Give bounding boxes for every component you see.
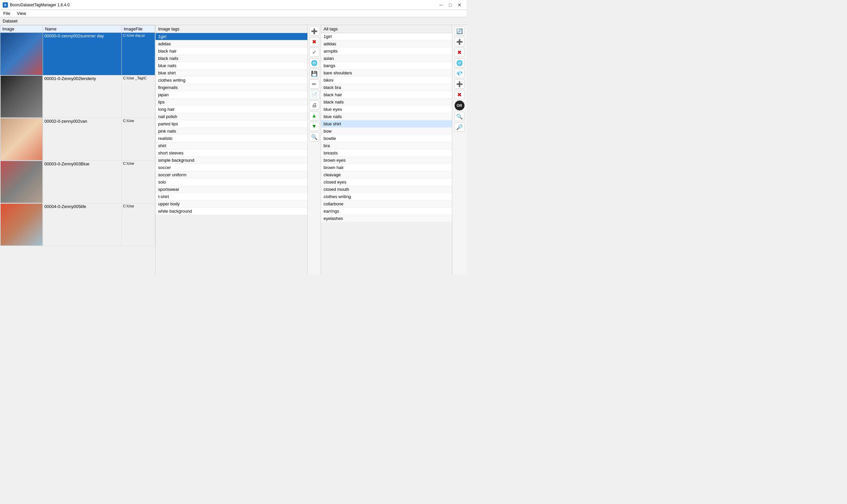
paper-button[interactable]: 📄 [310, 90, 319, 99]
all-tags-add-button[interactable]: ➕ [455, 37, 464, 46]
dataset-row[interactable]: 00002-0-zenny002vanC:\Use [0, 118, 155, 161]
all-tag-row[interactable]: eyelashes [321, 215, 452, 222]
remove-tag-button[interactable]: ✖ [310, 37, 319, 46]
all-tag-row[interactable]: brown hair [321, 164, 452, 171]
all-tag-row[interactable]: bowtie [321, 135, 452, 142]
minimize-button[interactable]: ─ [437, 2, 445, 8]
globe-button[interactable]: 🌐 [310, 58, 319, 68]
printer-button[interactable]: 🖨 [310, 101, 319, 110]
image-tag-row[interactable]: long hair [156, 106, 307, 113]
image-tag-label: solo [156, 179, 307, 186]
image-tag-row[interactable]: lips [156, 98, 307, 106]
all-tag-label: closed eyes [321, 179, 452, 186]
image-tag-row[interactable]: black nails [156, 55, 307, 62]
all-tag-row[interactable]: armpits [321, 48, 452, 55]
all-tags-list-wrapper[interactable]: 1girladidasarmpitsasianbangsbare shoulde… [321, 33, 452, 274]
all-tag-row[interactable]: adidas [321, 40, 452, 48]
all-tag-label: clothes writing [321, 193, 452, 200]
all-tag-row[interactable]: closed mouth [321, 186, 452, 193]
all-tag-row[interactable]: blue eyes [321, 106, 452, 113]
all-tag-row[interactable]: closed eyes [321, 179, 452, 186]
image-tag-row[interactable]: blue nails [156, 62, 307, 69]
all-tag-row[interactable]: blue shirt [321, 120, 452, 128]
all-tag-row[interactable]: black hair [321, 91, 452, 98]
dataset-row[interactable]: 00001-0-Zenny002tenderiyC:\Use _Tag\C [0, 75, 155, 118]
all-tags-add2-button[interactable]: ➕ [455, 79, 464, 89]
add-tag-button[interactable]: ➕ [310, 26, 319, 36]
close-button[interactable]: ✕ [455, 2, 464, 8]
all-tag-row[interactable]: clothes writing [321, 193, 452, 200]
dataset-row-file: C:\Use [121, 118, 155, 161]
all-tag-row[interactable]: bare shoulders [321, 69, 452, 77]
pencil-button[interactable]: ✏ [310, 79, 319, 89]
all-tag-row[interactable]: bra [321, 142, 452, 149]
mid-buttons: ➕✖✔🌐💾✏📄🖨▲▼🔍 [308, 25, 321, 274]
image-tag-row[interactable]: shirt [156, 142, 307, 149]
image-tag-label: long hair [156, 106, 307, 113]
image-tag-row[interactable]: simple background [156, 157, 307, 164]
image-tag-row[interactable]: black hair [156, 48, 307, 55]
all-tag-label: closed mouth [321, 186, 452, 193]
image-tag-row[interactable]: t-shirt [156, 193, 307, 200]
all-tags-globe-button[interactable]: 🌐 [455, 58, 464, 68]
or-button[interactable]: OR [455, 101, 464, 110]
all-tag-row[interactable]: bangs [321, 62, 452, 69]
image-tag-row[interactable]: soccer [156, 164, 307, 171]
all-tags-search2-button[interactable]: 🔎 [455, 122, 464, 132]
all-tag-row[interactable]: black nails [321, 98, 452, 106]
image-tag-row[interactable]: solo [156, 179, 307, 186]
all-tag-row[interactable]: asian [321, 55, 452, 62]
gem-button[interactable]: 💎 [455, 69, 464, 78]
dataset-row[interactable]: 00004-0-Zenny005lifeC:\Use [0, 203, 155, 246]
image-tag-row[interactable]: sportswear [156, 186, 307, 193]
image-tag-row[interactable]: white background [156, 208, 307, 215]
arrow-up-button[interactable]: ▲ [310, 111, 319, 120]
image-tag-row[interactable]: realistic [156, 135, 307, 142]
image-tag-label: lips [156, 98, 307, 106]
all-tag-row[interactable]: blue nails [321, 113, 452, 120]
all-tag-row[interactable]: brown eyes [321, 157, 452, 164]
all-tags-search-button[interactable]: 🔍 [455, 112, 464, 121]
dataset-row[interactable]: 00003-0-Zenny003BlueC:\Use [0, 161, 155, 203]
menu-bar: File View [0, 10, 466, 17]
all-tags-remove2-button[interactable]: ✖ [455, 90, 464, 99]
image-tag-row[interactable]: japan [156, 91, 307, 98]
image-tag-row[interactable]: short sleeves [156, 149, 307, 157]
all-tag-row[interactable]: breasts [321, 149, 452, 157]
image-tag-label: short sleeves [156, 149, 307, 157]
all-tag-row[interactable]: bikini [321, 77, 452, 84]
image-tags-panel: Image tags 1girladidasblack hairblack na… [156, 25, 308, 274]
dataset-row[interactable]: 00000-0-zenny002summer dayC:\Use day.pr [0, 33, 155, 75]
dataset-table-wrapper[interactable]: Image Name ImageFile 00000-0-zenny002sum… [0, 25, 155, 274]
image-tag-row[interactable]: upper body [156, 200, 307, 208]
maximize-button[interactable]: □ [446, 2, 455, 8]
all-tag-label: bangs [321, 62, 452, 69]
refresh-button[interactable]: 🔄 [455, 26, 464, 36]
image-tag-row[interactable]: parted lips [156, 120, 307, 128]
all-tag-row[interactable]: bow [321, 128, 452, 135]
all-tag-label: brown eyes [321, 157, 452, 164]
search-button[interactable]: 🔍 [310, 132, 319, 142]
image-tags-list-wrapper[interactable]: 1girladidasblack hairblack nailsblue nai… [156, 33, 307, 274]
image-tag-row[interactable]: clothes writing [156, 77, 307, 84]
image-tag-row[interactable]: soccer uniform [156, 171, 307, 179]
all-tags-remove-button[interactable]: ✖ [455, 48, 464, 57]
arrow-down-button[interactable]: ▼ [310, 122, 319, 131]
image-tag-row[interactable]: nail polish [156, 113, 307, 120]
check-button[interactable]: ✔ [310, 48, 319, 57]
all-tag-row[interactable]: cleavage [321, 171, 452, 179]
image-tag-row[interactable]: blue shirt [156, 69, 307, 77]
all-tag-label: bra [321, 142, 452, 149]
disk-button[interactable]: 💾 [310, 69, 319, 78]
image-tag-row[interactable]: adidas [156, 40, 307, 48]
menu-view[interactable]: View [15, 10, 28, 17]
all-tag-row[interactable]: 1girl [321, 33, 452, 40]
all-tag-row[interactable]: collarbone [321, 200, 452, 208]
all-tag-row[interactable]: black bra [321, 84, 452, 91]
image-tag-row[interactable]: 1girl [156, 33, 307, 40]
image-tag-row[interactable]: fingernails [156, 84, 307, 91]
dataset-row-name: 00004-0-Zenny005life [43, 203, 122, 246]
all-tag-row[interactable]: earrings [321, 208, 452, 215]
menu-file[interactable]: File [1, 10, 12, 17]
image-tag-row[interactable]: pink nails [156, 128, 307, 135]
